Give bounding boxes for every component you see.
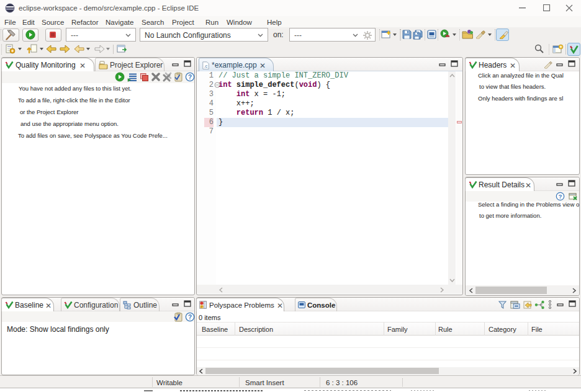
svg-text:.c: .c (204, 63, 207, 69)
svg-text:?: ? (188, 314, 192, 321)
svg-text:?: ? (188, 74, 192, 81)
svg-text:?: ? (559, 194, 562, 200)
